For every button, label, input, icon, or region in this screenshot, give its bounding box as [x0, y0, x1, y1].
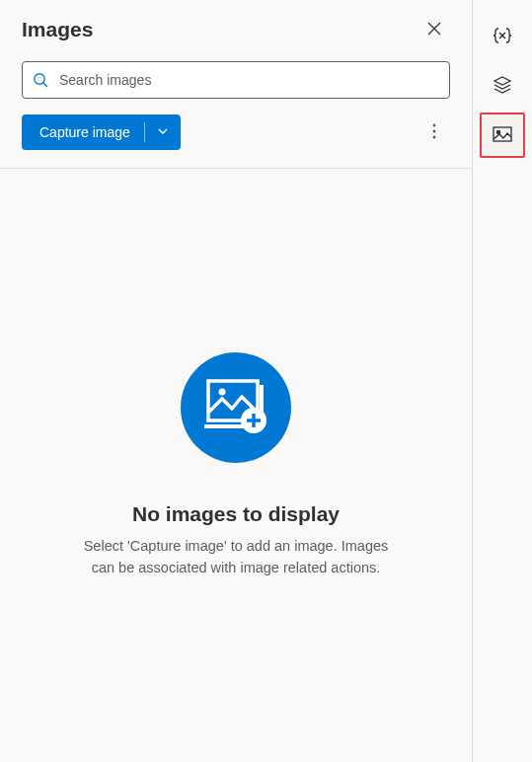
- panel-title: Images: [22, 18, 93, 41]
- capture-image-dropdown[interactable]: [145, 114, 181, 150]
- toolbar: Capture image: [0, 111, 472, 168]
- panel-header: Images: [0, 0, 472, 55]
- svg-point-6: [433, 135, 436, 138]
- empty-state-title: No images to display: [132, 502, 340, 526]
- svg-marker-16: [494, 77, 510, 85]
- more-options-button[interactable]: [418, 116, 450, 148]
- close-button[interactable]: [418, 14, 450, 45]
- capture-image-button[interactable]: Capture image: [22, 114, 144, 150]
- search-input[interactable]: [59, 72, 439, 88]
- svg-point-18: [496, 130, 499, 133]
- more-vertical-icon: [432, 123, 436, 142]
- search-wrapper: [0, 55, 472, 111]
- search-box[interactable]: [22, 61, 450, 99]
- empty-state-message: Select 'Capture image' to add an image. …: [73, 536, 399, 577]
- chevron-down-icon: [157, 123, 169, 141]
- svg-point-2: [35, 73, 44, 83]
- rail-variables-button[interactable]: [480, 14, 525, 59]
- capture-image-split-button: Capture image: [22, 114, 181, 150]
- right-rail: [473, 0, 532, 762]
- empty-state: No images to display Select 'Capture ima…: [0, 168, 472, 762]
- image-icon: [492, 125, 513, 146]
- svg-line-3: [43, 83, 47, 87]
- svg-point-4: [433, 123, 436, 126]
- image-add-icon: [202, 377, 269, 438]
- svg-point-5: [433, 129, 436, 132]
- layers-icon: [492, 74, 513, 99]
- svg-point-8: [219, 389, 226, 396]
- variables-icon: [492, 25, 513, 49]
- close-icon: [427, 22, 441, 38]
- capture-image-label: Capture image: [39, 124, 130, 140]
- search-icon: [33, 72, 49, 89]
- rail-images-button[interactable]: [480, 113, 525, 158]
- rail-ui-elements-button[interactable]: [480, 63, 525, 109]
- empty-state-graphic: [181, 352, 291, 463]
- images-panel: Images Capture image: [0, 0, 473, 762]
